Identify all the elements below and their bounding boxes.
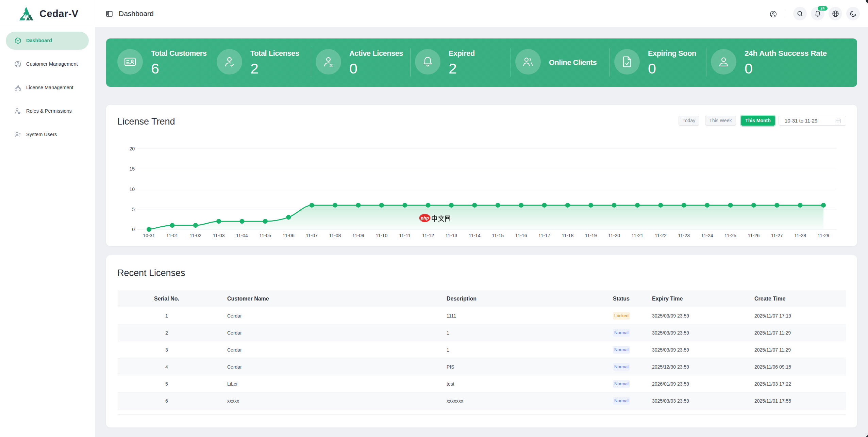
svg-text:11-04: 11-04: [236, 233, 248, 238]
svg-text:11-02: 11-02: [189, 233, 201, 238]
svg-text:11-17: 11-17: [538, 233, 550, 238]
svg-text:11-25: 11-25: [724, 233, 736, 238]
svg-text:11-08: 11-08: [329, 233, 341, 238]
svg-text:11-28: 11-28: [794, 233, 806, 238]
svg-text:11-09: 11-09: [352, 233, 364, 238]
svg-text:20: 20: [129, 146, 135, 151]
svg-text:11-22: 11-22: [655, 233, 667, 238]
svg-text:11-11: 11-11: [399, 233, 411, 238]
svg-text:11-23: 11-23: [678, 233, 690, 238]
svg-text:11-05: 11-05: [260, 233, 271, 238]
svg-text:11-07: 11-07: [306, 233, 318, 238]
svg-text:11-20: 11-20: [608, 233, 620, 238]
svg-text:11-16: 11-16: [515, 233, 527, 238]
svg-text:10-31: 10-31: [143, 233, 155, 238]
svg-text:5: 5: [132, 207, 135, 212]
svg-text:11-19: 11-19: [585, 233, 597, 238]
svg-text:11-15: 11-15: [492, 233, 504, 238]
svg-text:11-01: 11-01: [166, 233, 178, 238]
svg-text:11-03: 11-03: [213, 233, 225, 238]
svg-text:11-24: 11-24: [701, 233, 713, 238]
svg-text:11-06: 11-06: [283, 233, 295, 238]
svg-text:11-12: 11-12: [422, 233, 434, 238]
svg-text:11-18: 11-18: [562, 233, 573, 238]
svg-text:php: php: [420, 215, 429, 221]
svg-text:11-21: 11-21: [632, 233, 644, 238]
svg-text:11-14: 11-14: [469, 233, 481, 238]
svg-text:11-13: 11-13: [446, 233, 457, 238]
svg-text:11-10: 11-10: [375, 233, 387, 238]
svg-text:10: 10: [129, 187, 135, 192]
svg-text:0: 0: [132, 227, 135, 232]
svg-text:11-29: 11-29: [818, 233, 830, 238]
svg-text:15: 15: [129, 166, 135, 172]
svg-text:11-27: 11-27: [771, 233, 783, 238]
svg-text:11-26: 11-26: [748, 233, 760, 238]
